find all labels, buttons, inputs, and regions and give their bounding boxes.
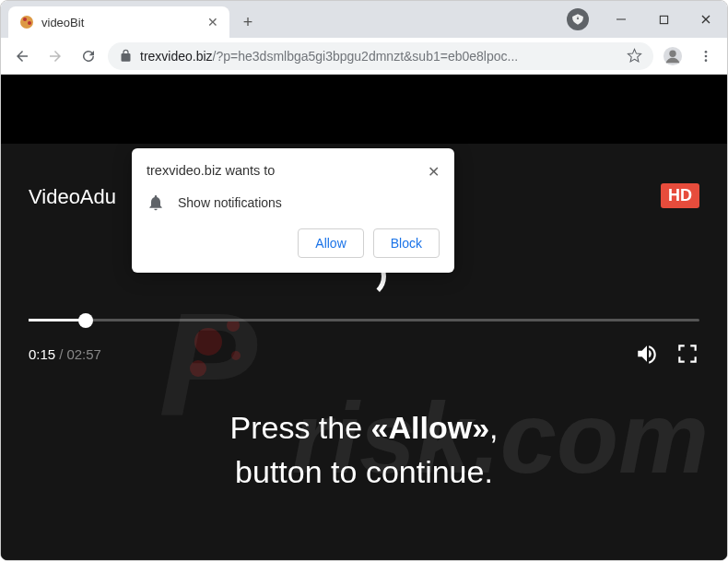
lock-icon (119, 49, 133, 63)
forward-button[interactable] (41, 42, 69, 70)
progress-thumb[interactable] (78, 313, 93, 328)
toolbar: trexvideo.biz/?p=he3dsmlbga5gi3bpgu2dmnz… (1, 38, 727, 75)
maximize-button[interactable] (642, 1, 685, 38)
bookmark-star-icon[interactable] (627, 48, 642, 64)
svg-point-10 (705, 51, 708, 53)
tab-title: videoBit (41, 16, 200, 29)
address-bar[interactable]: trexvideo.biz/?p=he3dsmlbga5gi3bpgu2dmnz… (108, 42, 653, 70)
reload-button[interactable] (75, 42, 102, 70)
browser-window: videoBit ✕ + trexvideo.biz/?p=he3dsmlbga… (0, 0, 728, 561)
permission-close-icon[interactable]: ✕ (428, 163, 440, 181)
time-total: 02:57 (66, 346, 101, 362)
progress-bar[interactable] (29, 319, 699, 321)
svg-point-12 (705, 59, 708, 62)
profile-button[interactable] (659, 42, 687, 70)
bell-icon (147, 193, 165, 212)
browser-tab[interactable]: videoBit ✕ (8, 6, 229, 38)
time-separator: / (59, 346, 63, 362)
menu-button[interactable] (692, 42, 720, 70)
window-controls (600, 1, 727, 38)
back-button[interactable] (8, 42, 36, 70)
progress-fill (29, 319, 86, 321)
tab-bar: videoBit ✕ + (1, 1, 727, 38)
site-brand: VideoAdu (29, 185, 116, 209)
svg-point-2 (28, 21, 31, 25)
url-text: trexvideo.biz/?p=he3dsmlbga5gi3bpgu2dmnz… (140, 49, 619, 64)
page-content: VideoAdu HD 0:15 / 02:57 Press the «Allo… (1, 75, 727, 560)
permission-origin: trexvideo.biz wants to (147, 163, 275, 181)
close-window-button[interactable] (685, 1, 727, 38)
svg-point-11 (705, 54, 708, 57)
permission-description: Show notifications (178, 195, 282, 210)
hd-badge: HD (661, 183, 699, 208)
svg-point-9 (669, 50, 675, 56)
instructions-text: Press the «Allow», button to continue. (1, 406, 727, 494)
svg-rect-5 (660, 16, 667, 23)
tab-close-icon[interactable]: ✕ (207, 15, 218, 29)
guest-badge-icon (567, 8, 589, 30)
minimize-button[interactable] (600, 1, 642, 38)
new-tab-button[interactable]: + (235, 9, 261, 35)
svg-point-0 (20, 16, 33, 29)
player-controls: 0:15 / 02:57 (29, 342, 699, 366)
block-button[interactable]: Block (373, 228, 440, 258)
time-current: 0:15 (29, 346, 55, 362)
volume-icon[interactable] (635, 342, 659, 366)
fullscreen-icon[interactable] (675, 342, 699, 366)
svg-point-1 (23, 18, 27, 21)
notification-permission-dialog: trexvideo.biz wants to ✕ Show notificati… (132, 148, 454, 273)
favicon-icon (19, 15, 34, 29)
allow-button[interactable]: Allow (298, 228, 363, 258)
